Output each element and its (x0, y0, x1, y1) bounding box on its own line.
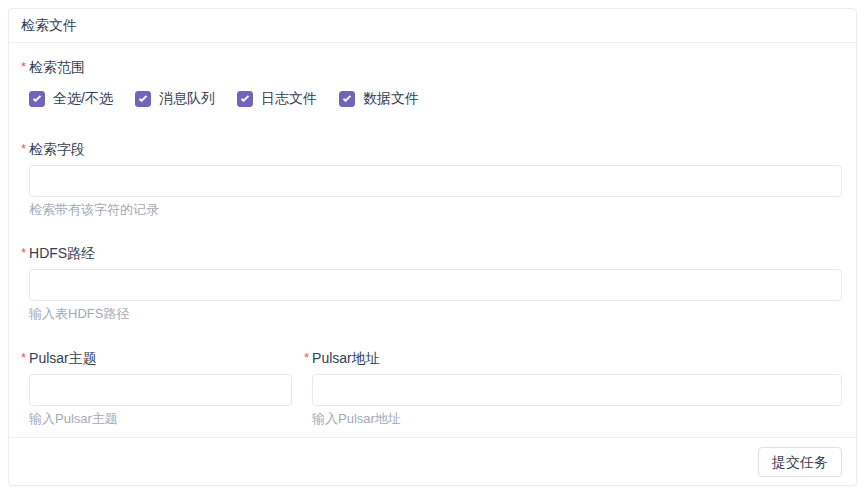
checkbox-data-file[interactable]: 数据文件 (339, 90, 419, 108)
required-marker: * (21, 350, 26, 365)
check-icon (139, 93, 147, 101)
pulsar-topic-input[interactable] (29, 374, 292, 406)
search-field-input[interactable] (29, 165, 842, 197)
scope-checkbox-group: 全选/不选 消息队列 日志文件 数据文件 (29, 89, 842, 109)
checkbox-select-all[interactable]: 全选/不选 (29, 90, 113, 108)
check-icon (343, 93, 351, 101)
hdfs-path-helper: 输入表HDFS路径 (29, 305, 842, 323)
pulsar-address-input[interactable] (312, 374, 842, 406)
scope-label: *检索范围 (21, 57, 842, 78)
pulsar-address-helper: 输入Pulsar地址 (312, 410, 842, 428)
form-row-pulsar: *Pulsar主题 输入Pulsar主题 *Pulsar地址 输入Pulsar地… (29, 348, 842, 428)
required-marker: * (21, 59, 26, 74)
check-icon (33, 93, 41, 101)
checkbox-log-file[interactable]: 日志文件 (237, 90, 317, 108)
search-field-helper: 检索带有该字符的记录 (29, 201, 842, 219)
submit-task-button[interactable]: 提交任务 (758, 447, 842, 477)
required-marker: * (21, 245, 26, 260)
search-file-card: 检索文件 *检索范围 全选/不选 消息队列 日志文件 (8, 8, 857, 486)
checkbox-box[interactable] (339, 91, 355, 107)
pulsar-topic-label-text: Pulsar主题 (29, 350, 97, 366)
checkbox-box[interactable] (237, 91, 253, 107)
required-marker: * (21, 141, 26, 156)
hdfs-path-label: *HDFS路经 (21, 243, 842, 264)
checkbox-label: 日志文件 (261, 90, 317, 108)
search-field-label: *检索字段 (21, 139, 842, 160)
search-file-form: *检索范围 全选/不选 消息队列 日志文件 数据文件 (9, 43, 856, 428)
checkbox-box[interactable] (135, 91, 151, 107)
card-footer: 提交任务 (9, 437, 856, 485)
form-item-pulsar-topic: *Pulsar主题 输入Pulsar主题 (29, 348, 292, 428)
form-item-scope: *检索范围 全选/不选 消息队列 日志文件 数据文件 (29, 57, 842, 109)
pulsar-address-label: *Pulsar地址 (304, 348, 842, 369)
checkbox-label: 全选/不选 (53, 90, 113, 108)
checkbox-label: 消息队列 (159, 90, 215, 108)
checkbox-label: 数据文件 (363, 90, 419, 108)
card-title: 检索文件 (9, 9, 856, 43)
check-icon (241, 93, 249, 101)
pulsar-topic-label: *Pulsar主题 (21, 348, 292, 369)
form-item-search-field: *检索字段 检索带有该字符的记录 (29, 139, 842, 219)
checkbox-box[interactable] (29, 91, 45, 107)
required-marker: * (304, 350, 309, 365)
checkbox-message-queue[interactable]: 消息队列 (135, 90, 215, 108)
pulsar-topic-helper: 输入Pulsar主题 (29, 410, 292, 428)
pulsar-address-label-text: Pulsar地址 (312, 350, 380, 366)
hdfs-path-label-text: HDFS路经 (29, 245, 95, 261)
form-item-pulsar-address: *Pulsar地址 输入Pulsar地址 (312, 348, 842, 428)
form-item-hdfs-path: *HDFS路经 输入表HDFS路径 (29, 243, 842, 323)
hdfs-path-input[interactable] (29, 269, 842, 301)
search-field-label-text: 检索字段 (29, 141, 85, 157)
scope-label-text: 检索范围 (29, 59, 85, 75)
